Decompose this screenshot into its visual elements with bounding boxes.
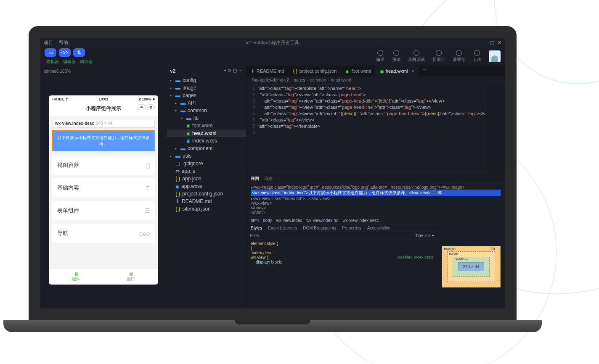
filter-tools[interactable]: :hov .cls + [415,233,434,238]
styles-panel-tab[interactable]: Styles [251,226,262,230]
styles-panel-tab[interactable]: Accessibility [367,226,390,230]
ide-window: 项目 帮助 v2-FinClip小程序开发工具 — ▢ ✕ ▭ </> ⇅ [40,38,505,309]
devtools: 视图日志 ▸<wx-image class="index-logo" src="… [246,174,505,309]
editor-panel: ⬇ README.md{ } project.config.json▣ foot… [246,66,505,309]
tabbar-item[interactable]: ▦组件 [49,269,103,285]
dom-path-segment[interactable]: body [263,218,272,223]
devtools-tab[interactable]: 视图 [251,176,259,182]
toolbar-clear[interactable]: 清缓存 [453,50,465,63]
editor-tab[interactable]: ⬇ README.md [246,66,289,76]
phone-frame: ••ıl IDE ⇡ 10:01 ⧖ 100% ■ 小程序组件展示 ••• ⊗ [49,95,158,285]
file-tree-item[interactable]: ▸▬ utils [167,152,246,160]
editor-tab[interactable]: ▣ head.wxml× [376,66,419,76]
toolbar-compile[interactable]: 编译 [376,50,384,63]
editor-tab[interactable]: { } project.config.json [289,66,341,76]
toolbar-remote[interactable]: 真机调试 [408,50,425,63]
css-rules[interactable]: element.style {}.index-desc {</span></di… [246,240,437,266]
close-icon[interactable]: ✕ [498,40,501,45]
window-title: v2-FinClip小程序开发工具 [246,40,300,46]
capsule-close[interactable]: ⊗ [147,104,155,110]
highlighted-element[interactable]: 以下将展示小程序官方组件能力，组件样式仅供参考。 [52,130,155,151]
code-editor[interactable]: 12345678 "attr">class="tag"><template "a… [246,84,505,174]
styles-panel-tab[interactable]: DOM Breakpoints [303,226,336,230]
maximize-icon[interactable]: ▢ [490,40,494,45]
avatar[interactable] [489,50,501,62]
explorer-action-icon[interactable]: ▢ [233,68,237,74]
box-model: margin 10 border - padding - 240 × 44 [437,224,505,309]
tabs-more-icon[interactable]: ⋯ [419,66,430,76]
inspect-tooltip: wx-view.index-desc240 × 44 [52,119,155,128]
editor-tab[interactable]: ▣ foot.wxml [341,66,375,76]
list-item[interactable]: 导航ooo [52,224,155,243]
file-tree-item[interactable]: ⬇ README.md [167,198,246,205]
minimap[interactable] [485,85,505,172]
file-tree-item[interactable]: ▸▬ component [167,145,246,152]
file-tree-item[interactable]: ▾▬ common [167,107,246,114]
tabbar-item[interactable]: ▦接口 [103,269,158,285]
styles-filter-input[interactable] [250,233,415,238]
capsule-menu[interactable]: ••• [138,104,146,110]
menubar: 项目 帮助 v2-FinClip小程序开发工具 — ▢ ✕ [40,38,505,47]
toolbar-preview[interactable]: 预览 [392,50,400,63]
project-name[interactable]: v2 [170,68,175,74]
dom-path-segment[interactable]: wx-view.index-desc [342,218,379,223]
simulator-toggle[interactable]: ▭ [45,48,56,57]
list-item[interactable]: 表单组件☰ [52,201,155,220]
file-tree-item[interactable]: { } project.config.json [167,190,246,198]
menu-project[interactable]: 项目 [44,40,53,46]
file-tree-item[interactable]: ▸▬ API [167,99,246,107]
device-info: iphone6 100% [40,68,167,74]
styles-panel-tab[interactable]: Event Listeners [268,226,297,230]
debugger-toggle[interactable]: ⇅ [73,48,85,57]
file-tree-item[interactable]: ▢ .gitignore [167,160,246,167]
dom-path-segment[interactable]: wx-view.index-hd [306,218,338,223]
menu-help[interactable]: 帮助 [59,40,68,46]
minimize-icon[interactable]: — [482,40,487,45]
file-tree-item[interactable]: ▣ index.wxss [167,137,246,145]
explorer-action-icon[interactable]: + [224,68,226,74]
file-tree-item[interactable]: ▣ foot.wxml [167,122,246,129]
file-tree-item[interactable]: ▣ head.wxml [167,129,246,137]
explorer-action-icon[interactable]: ⟳ [228,68,231,74]
file-tree-item[interactable]: ▾▬ pages [167,92,246,99]
editor-toggle[interactable]: </> [59,48,71,57]
devtools-tab[interactable]: 日志 [264,176,273,182]
app-title: 小程序组件展示 [86,106,121,111]
tab-close-icon[interactable]: × [412,69,414,74]
file-explorer: v2 +⟳▢⋯ ▸▬ config▸▬ image▾▬ pages▸▬ API▾… [167,66,246,309]
explorer-action-icon[interactable]: ⋯ [239,68,243,74]
file-tree-item[interactable]: { } sitemap.json [167,205,246,213]
file-tree-item[interactable]: ▸▬ image [167,84,246,92]
simulator-panel: iphone6 100% ••ıl IDE ⇡ 10:01 ⧖ 100% ■ 小… [40,66,167,309]
dom-path-segment[interactable]: wx-view.index [276,218,302,223]
dom-tree[interactable]: ▸<wx-image class="index-logo" src="../re… [246,183,505,216]
file-tree-item[interactable]: ▸▬ config [167,76,246,84]
list-item[interactable]: 基础内容T [52,178,155,198]
dom-path[interactable]: htmlbodywx-view.indexwx-view.index-hdwx-… [246,216,505,224]
file-tree-item[interactable]: { } app.json [167,175,246,182]
breadcrumbs[interactable]: fino-applet-demo-v2›pages›common›head.wx… [246,76,505,84]
dom-path-segment[interactable]: html [251,218,259,223]
file-tree-item[interactable]: ▸▬ lib [167,114,246,122]
toolbar: ▭ </> ⇅ 模拟器 编辑器 调试器 编译预览真机调试切后台清缓存上传 [40,47,505,66]
file-tree-item[interactable]: JS app.js [167,167,246,175]
laptop-frame: 项目 帮助 v2-FinClip小程序开发工具 — ▢ ✕ ▭ </> ⇅ [29,26,517,332]
toolbar-background[interactable]: 切后台 [432,50,445,63]
file-tree-item[interactable]: ▣ app.wxss [167,182,246,190]
toolbar-upload[interactable]: 上传 [473,50,481,63]
list-item[interactable]: 视图容器⎕ [52,156,155,175]
styles-panel-tab[interactable]: Properties [342,226,361,230]
